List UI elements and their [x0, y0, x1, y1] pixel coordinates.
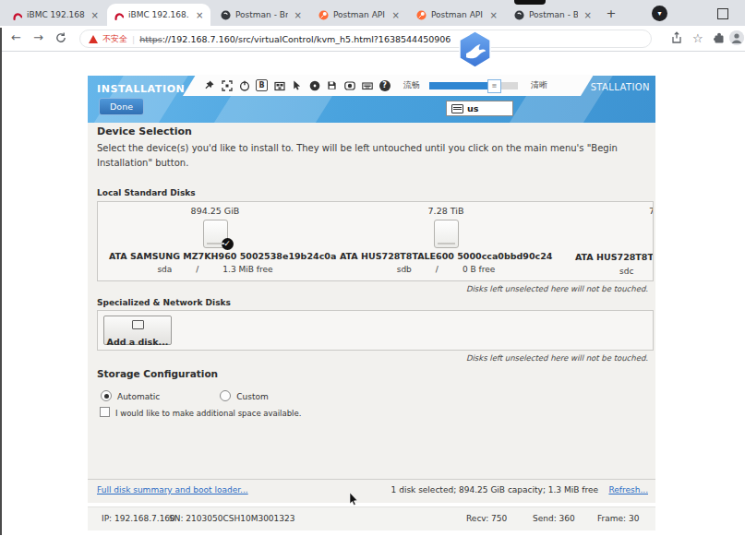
tab-close-icon[interactable]: ×	[294, 10, 302, 20]
security-warning-text: 不安全	[102, 33, 127, 45]
share-icon[interactable]	[670, 31, 684, 45]
screenshot-icon[interactable]	[273, 79, 285, 91]
address-bar-row: ← → 不安全 | https://192.168.7.160/src/virt…	[0, 26, 745, 52]
disk-device: sdc	[619, 267, 633, 276]
url-field[interactable]: 不安全 | https://192.168.7.160/src/virtualC…	[79, 30, 652, 48]
url-divider: |	[132, 34, 135, 44]
back-icon[interactable]: ←	[11, 30, 21, 44]
local-disks-panel: 894.25 GiB ✓ ATA SAMSUNG MZ7KH960 500253…	[97, 201, 654, 281]
bookmark-star-icon[interactable]: ☆	[692, 31, 706, 45]
pin-icon[interactable]	[203, 79, 215, 91]
status-sn: SN: 2103050CSH10M3001323	[169, 514, 295, 523]
fullscreen-icon[interactable]	[221, 79, 233, 91]
tab-close-icon[interactable]: ×	[392, 10, 400, 20]
local-disks-title: Local Standard Disks	[97, 188, 196, 197]
quality-slider[interactable]: ≡	[429, 82, 518, 89]
disk-name: ATA HUS728T8TALE600 5000cca0bbd90c24	[340, 251, 552, 261]
keyboard-layout-selector[interactable]: us	[446, 101, 513, 116]
header-right-text: STALLATION	[591, 82, 650, 92]
additional-space-label: I would like to make additional space av…	[115, 409, 301, 418]
storage-configuration-title: Storage Configuration	[97, 368, 218, 379]
disk-free: 0 B free	[463, 265, 495, 274]
disk-name: ATA SAMSUNG MZ7KH960 5002538e19b24c0a	[109, 251, 321, 261]
extensions-puzzle-icon[interactable]	[713, 31, 727, 45]
disk-selected-check-icon: ✓	[222, 238, 234, 250]
tab-ibmc-1[interactable]: iBMC 192.168.7.16 ×	[6, 4, 105, 26]
quality-slider-handle[interactable]: ≡	[487, 79, 501, 93]
additional-space-row: I would like to make additional space av…	[100, 402, 301, 420]
kvm-status-bar: IP: 192.168.7.160 SN: 2103050CSH10M30013…	[88, 506, 655, 530]
done-button[interactable]: Done	[99, 98, 144, 115]
disk-mount: /	[436, 265, 439, 274]
selection-summary: 1 disk selected; 894.25 GiB capacity; 1.…	[391, 485, 598, 494]
tab-title: Postman - Browse	[235, 10, 288, 19]
postman-dark-favicon	[221, 10, 231, 20]
disk-icon	[434, 220, 459, 248]
tab-postman-api-2[interactable]: Postman API Platfo ×	[410, 4, 504, 26]
keyboard-icon	[451, 104, 463, 113]
url-scheme: https	[139, 34, 162, 44]
security-warning-icon	[89, 35, 98, 43]
url-text: https://192.168.7.160/src/virtualControl…	[139, 34, 451, 44]
footer-separator	[88, 479, 655, 480]
forward-icon[interactable]: →	[33, 30, 43, 44]
unselected-note: Disks left unselected here will not be t…	[466, 284, 648, 293]
disk-mount: /	[196, 265, 198, 274]
disk-sda[interactable]: 894.25 GiB ✓ ATA SAMSUNG MZ7KH960 500253…	[109, 206, 321, 274]
full-disk-summary-link[interactable]: Full disk summary and boot loader...	[97, 485, 248, 494]
disk-free: 1.3 MiB free	[222, 265, 272, 274]
reload-icon[interactable]	[55, 32, 66, 43]
browser-window: iBMC 192.168.7.16 × iBMC 192.168.7.16 × …	[0, 0, 745, 560]
xunlei-download-logo[interactable]	[459, 31, 491, 67]
mouse-pointer-icon[interactable]	[291, 79, 303, 91]
quality-low-label: 流畅	[403, 79, 420, 91]
help-icon[interactable]: ?	[379, 79, 391, 91]
device-selection-title: Device Selection	[97, 125, 192, 137]
postman-favicon	[416, 10, 427, 20]
tab-title: Postman - Browse	[529, 10, 578, 19]
ibmc-favicon	[114, 10, 124, 20]
disk-device: sdb	[397, 265, 412, 274]
ibmc-favicon	[12, 10, 22, 20]
additional-space-checkbox[interactable]	[100, 407, 110, 417]
cd-icon[interactable]	[308, 79, 320, 91]
tab-strip: iBMC 192.168.7.16 × iBMC 192.168.7.16 × …	[0, 0, 745, 26]
unselected-note: Disks left unselected here will not be t…	[466, 353, 648, 363]
device-selection-description: Select the device(s) you'd like to insta…	[97, 141, 651, 170]
automatic-radio[interactable]	[101, 390, 112, 401]
keyboard-b-icon[interactable]: B	[256, 79, 268, 91]
status-recv: Recv: 750	[466, 514, 507, 523]
new-tab-button[interactable]: +	[604, 6, 619, 21]
tab-postman-browse-1[interactable]: Postman - Browse ×	[214, 4, 308, 26]
profile-avatar[interactable]	[729, 30, 744, 45]
add-disk-button[interactable]: Add a disk...	[103, 316, 172, 345]
tab-ibmc-2-active[interactable]: iBMC 192.168.7.16 ×	[107, 4, 210, 26]
power-icon[interactable]	[238, 79, 250, 91]
disk-sdb[interactable]: 7.28 TiB ATA HUS728T8TALE600 5000cca0bbd…	[340, 206, 552, 274]
network-disks-title: Specialized & Network Disks	[97, 298, 231, 307]
disk-device: sda	[157, 265, 172, 274]
tab-close-icon[interactable]: ×	[584, 10, 592, 20]
url-remainder: ://192.168.7.160/src/virtualControl/kvm_…	[162, 34, 451, 44]
tab-postman-api-1[interactable]: Postman API Platfo ×	[312, 4, 406, 26]
tab-search-icon[interactable]: ▾	[652, 6, 667, 21]
tab-close-icon[interactable]: ×	[196, 10, 203, 20]
tab-title: Postman API Platfo	[333, 10, 386, 19]
custom-radio[interactable]	[220, 390, 231, 401]
disk-size: 894.25 GiB	[109, 206, 321, 216]
tab-close-icon[interactable]: ×	[490, 10, 498, 20]
status-frame: Frame: 30	[597, 514, 639, 523]
tab-postman-browse-2[interactable]: Postman - Browse ×	[508, 4, 598, 26]
add-disk-label: Add a disk...	[107, 337, 169, 347]
tab-title: iBMC 192.168.7.16	[27, 10, 85, 19]
refresh-link[interactable]: Refresh...	[608, 485, 648, 494]
mouse-cursor	[349, 493, 358, 506]
tab-title: iBMC 192.168.7.16	[128, 10, 189, 19]
osk-keyboard-icon[interactable]	[361, 79, 373, 91]
tab-close-icon[interactable]: ×	[91, 10, 99, 20]
storage-radio-row: Automatic Custom	[101, 386, 269, 403]
floppy-icon[interactable]	[326, 79, 338, 91]
record-icon[interactable]	[343, 79, 355, 91]
minimize-button[interactable]	[685, 7, 696, 20]
maximize-button[interactable]	[717, 8, 728, 19]
